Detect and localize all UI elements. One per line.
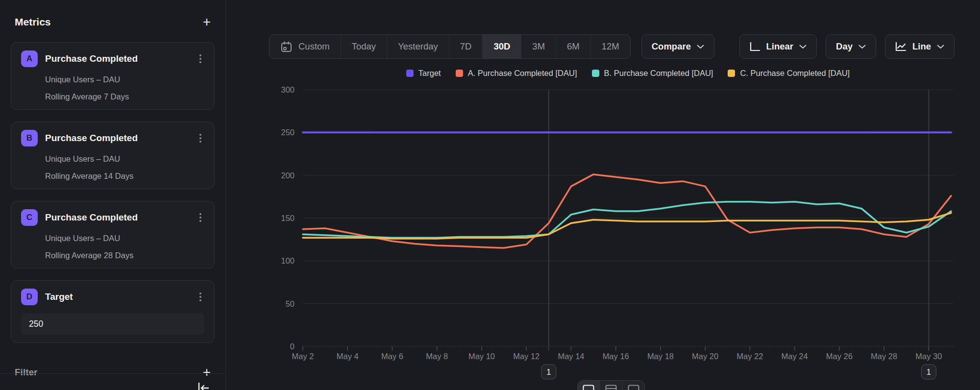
x-axis-label: May 26 [826, 352, 853, 361]
x-axis-label: May 28 [871, 352, 897, 361]
sidebar-divider [0, 373, 225, 374]
linear-axis-icon [750, 42, 760, 51]
range-3m-button[interactable]: 3M [521, 35, 556, 58]
metric-transform: Rolling Average 28 Days [45, 251, 204, 260]
x-axis-label: May 6 [381, 352, 403, 361]
svg-text:1: 1 [546, 367, 551, 376]
metric-card-head: A Purchase Completed [21, 50, 204, 67]
calendar-icon [280, 41, 293, 53]
range-today-button[interactable]: Today [341, 35, 387, 58]
granularity-label: Day [836, 41, 853, 52]
metric-title: Purchase Completed [45, 133, 138, 144]
x-axis-label: May 20 [692, 352, 718, 361]
metric-card-b[interactable]: B Purchase Completed Unique Users – DAU … [11, 122, 215, 189]
x-axis-label: May 30 [915, 352, 942, 361]
chart-view-button[interactable] [578, 381, 600, 390]
metric-card-head: B Purchase Completed [21, 130, 204, 146]
add-metric-button[interactable]: + [201, 15, 213, 29]
metric-card-a[interactable]: A Purchase Completed Unique Users – DAU … [11, 42, 215, 110]
compare-label: Compare [652, 41, 691, 52]
plus-icon: + [203, 365, 211, 380]
chart-panel-icon [583, 385, 594, 390]
chart-type-label: Line [912, 41, 931, 52]
metrics-header: Metrics + [15, 14, 213, 30]
metric-badge: A [21, 50, 38, 67]
filter-title: Filter [15, 367, 37, 378]
range-label: 30D [493, 41, 510, 52]
range-30d-button[interactable]: 30D [482, 35, 521, 58]
view-switcher [577, 380, 645, 390]
svg-text:1: 1 [927, 367, 931, 376]
chart-type-select-button[interactable]: Line [885, 34, 955, 59]
kebab-menu-icon[interactable] [196, 52, 204, 65]
metrics-title: Metrics [15, 16, 51, 28]
annotation-badge[interactable]: 1 [541, 365, 556, 379]
range-label: Today [352, 41, 376, 52]
chart-panel: Custom Today Yesterday 7D 30D 3M 6M 12M … [226, 0, 980, 390]
metric-measure: Unique Users – DAU [45, 75, 204, 84]
target-card[interactable]: D Target [11, 280, 215, 343]
annotation-badge[interactable]: 1 [921, 365, 936, 379]
y-axis-label: 0 [290, 342, 294, 351]
series-line [303, 213, 951, 239]
range-label: Yesterday [398, 41, 438, 52]
line-chart-icon [895, 42, 906, 51]
split-view-button[interactable] [622, 381, 644, 390]
y-axis-label: 300 [281, 85, 294, 94]
x-axis-label: May 2 [292, 352, 314, 361]
x-axis-label: May 18 [647, 352, 674, 361]
y-axis-label: 50 [286, 299, 294, 308]
chart-canvas: 050100150200250300May 2May 4May 6May 8Ma… [226, 64, 980, 390]
arrow-to-line-left-icon [197, 382, 210, 390]
sidebar: Metrics + A Purchase Completed Unique Us… [0, 0, 226, 390]
range-label: 7D [460, 41, 472, 52]
range-6m-button[interactable]: 6M [556, 35, 590, 58]
granularity-select-button[interactable]: Day [826, 34, 876, 59]
chevron-down-icon [937, 45, 944, 49]
y-axis-label: 250 [281, 128, 294, 137]
x-axis-label: May 24 [782, 352, 808, 361]
chevron-down-icon [858, 45, 866, 49]
metric-title: Purchase Completed [45, 53, 138, 64]
plus-icon: + [203, 14, 211, 29]
series-line [303, 202, 951, 238]
range-12m-button[interactable]: 12M [590, 35, 630, 58]
metric-title: Purchase Completed [45, 212, 138, 223]
target-badge: D [21, 289, 38, 305]
metric-measure: Unique Users – DAU [45, 234, 204, 243]
range-custom-button[interactable]: Custom [270, 35, 341, 58]
chart-toolbar: Custom Today Yesterday 7D 30D 3M 6M 12M … [269, 34, 955, 59]
scale-select-button[interactable]: Linear [739, 34, 817, 59]
target-value-input[interactable] [21, 313, 204, 335]
table-panel-icon [605, 385, 617, 390]
x-axis-label: May 12 [513, 352, 539, 361]
blank-panel-icon [628, 385, 639, 390]
range-label: 3M [532, 41, 545, 52]
compare-button[interactable]: Compare [641, 34, 714, 59]
table-view-button[interactable] [600, 381, 622, 390]
kebab-menu-icon[interactable] [196, 211, 204, 224]
metric-badge: B [21, 130, 38, 146]
chevron-down-icon [799, 45, 807, 49]
line-chart: 050100150200250300May 2May 4May 6May 8Ma… [226, 64, 980, 390]
metric-card-head: C Purchase Completed [21, 209, 204, 226]
y-axis-label: 200 [281, 171, 294, 180]
y-axis-label: 100 [281, 256, 294, 265]
range-yesterday-button[interactable]: Yesterday [387, 35, 449, 58]
range-7d-button[interactable]: 7D [449, 35, 483, 58]
app-root: Metrics + A Purchase Completed Unique Us… [0, 0, 980, 390]
metric-card-c[interactable]: C Purchase Completed Unique Users – DAU … [11, 201, 215, 268]
range-label: 6M [567, 41, 580, 52]
date-range-control: Custom Today Yesterday 7D 30D 3M 6M 12M [269, 34, 631, 59]
collapse-sidebar-button[interactable] [197, 382, 210, 390]
kebab-menu-icon[interactable] [196, 291, 204, 303]
kebab-menu-icon[interactable] [196, 132, 204, 145]
metric-measure: Unique Users – DAU [45, 154, 204, 164]
x-axis-label: May 8 [426, 352, 448, 361]
metric-transform: Rolling Average 14 Days [45, 171, 204, 181]
x-axis-label: May 22 [736, 352, 763, 361]
add-filter-button[interactable]: + [201, 366, 213, 379]
metric-transform: Rolling Average 7 Days [45, 92, 204, 101]
x-axis-label: May 16 [603, 352, 629, 361]
target-card-head: D Target [21, 289, 204, 305]
